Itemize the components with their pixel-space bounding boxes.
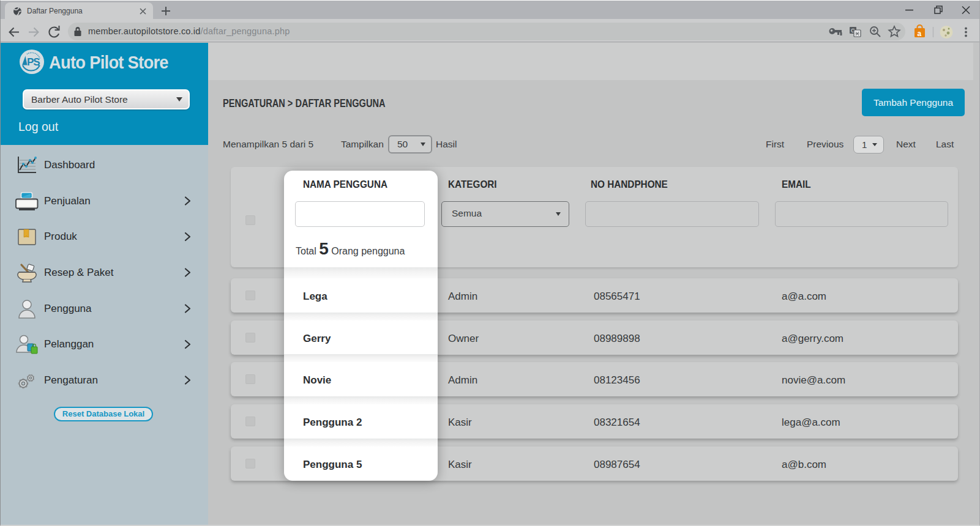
svg-text:a: a <box>918 29 922 38</box>
